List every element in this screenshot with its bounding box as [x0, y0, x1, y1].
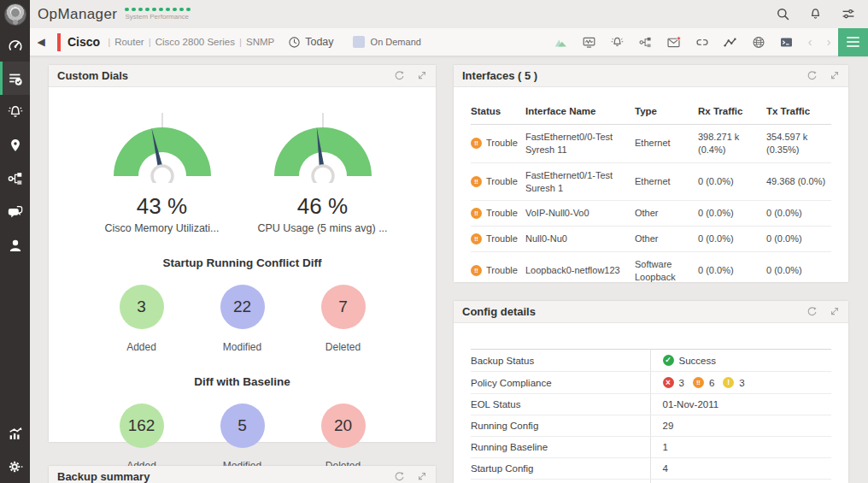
interface-name[interactable]: Null0-Nu0	[525, 227, 635, 252]
refresh-icon[interactable]	[394, 471, 405, 482]
globe-icon[interactable]	[744, 28, 772, 56]
sidebar-item-inventory[interactable]	[0, 62, 30, 95]
config-value: 4	[663, 463, 668, 474]
interface-tx: 0 (0.0%)	[766, 252, 831, 290]
custom-dials-body: 43 % Cisco Memory Utilizati... 46 % CPU …	[49, 87, 436, 472]
expand-icon[interactable]	[830, 306, 840, 317]
settings-sliders-icon[interactable]	[841, 7, 856, 21]
sidebar-item-settings[interactable]	[0, 450, 30, 483]
interface-tx: 0 (0.0%)	[766, 227, 831, 252]
app-title: OpManager	[38, 2, 117, 27]
brand-dot	[132, 8, 136, 12]
brand-dot	[152, 8, 156, 12]
topology-icon[interactable]	[631, 28, 660, 56]
gauge-value: 46 %	[255, 193, 391, 220]
sidebar-item-dashboard[interactable]	[0, 28, 30, 62]
config-value: Success	[679, 356, 716, 366]
back-chevron-icon[interactable]: ◀	[30, 36, 52, 48]
search-icon[interactable]	[776, 7, 790, 21]
diff-item-deleted: 20 Deleted	[308, 403, 379, 472]
next-chevron-icon[interactable]: ›	[819, 35, 838, 49]
refresh-icon[interactable]	[806, 70, 818, 81]
interface-row[interactable]: ‼Trouble Null0-Nu0 Other 0 (0.0%) 0 (0.0…	[471, 227, 831, 252]
on-demand-toggle[interactable]: On Demand	[353, 36, 421, 48]
diff-sections: Startup Running Conflict Diff 3 Added 22…	[49, 256, 436, 472]
diff-circle: 162	[120, 403, 164, 448]
device-toolbar: ◀ Cisco |Router|Cisco 2800 Series|SNMP T…	[30, 28, 868, 56]
sidebar-item-reports[interactable]	[0, 416, 30, 450]
interface-row[interactable]: ‼Trouble Loopback0-netflow123 Software L…	[471, 252, 831, 290]
config-label: EOL Status	[471, 394, 650, 415]
config-details-table: Backup Status ✓Success Policy Compliance…	[471, 349, 831, 483]
dashboard-content: Custom Dials 43 % Cisco Memory Utilizati…	[30, 56, 868, 483]
trouble-status-icon: ‼	[471, 265, 482, 276]
breadcrumb-separator: |	[108, 37, 110, 47]
interfaces-body: StatusInterface NameTypeRx TrafficTx Tra…	[454, 87, 848, 290]
gauge-dial	[98, 106, 226, 183]
major-count: 6	[709, 378, 714, 388]
sidebar-item-chat[interactable]	[0, 195, 30, 228]
refresh-icon[interactable]	[394, 70, 405, 81]
link-icon[interactable]	[688, 28, 716, 56]
top-header: OpManager System Performance	[30, 0, 868, 28]
interfaces-column-header: Type	[635, 99, 698, 125]
sidebar-item-maps[interactable]	[0, 128, 30, 162]
breadcrumb-item[interactable]: SNMP	[246, 37, 274, 47]
interface-row[interactable]: ‼Trouble VoIP-Null0-Vo0 Other 0 (0.0%) 0…	[471, 201, 831, 227]
toolbar-actions: ‹ ›	[547, 28, 868, 56]
config-row: Backup Status ✓Success	[471, 350, 831, 372]
config-label: Running Config	[471, 415, 650, 437]
backup-summary-title: Backup summary	[57, 470, 150, 483]
config-label: Startup Config	[471, 458, 650, 480]
right-column: Interfaces ( 5 ) StatusInterface NameTyp…	[454, 65, 848, 483]
interface-name[interactable]: FastEthernet0/0-Test Syresh 11	[525, 125, 635, 163]
breadcrumb-item[interactable]: Cisco 2800 Series	[155, 37, 235, 47]
gear-icon	[7, 458, 24, 475]
expand-icon[interactable]	[417, 471, 427, 482]
interfaces-column-header: Tx Traffic	[766, 99, 831, 125]
expand-icon[interactable]	[830, 70, 840, 81]
terminal-icon[interactable]	[772, 28, 801, 56]
line-graph-icon[interactable]	[716, 28, 744, 56]
custom-dials-panel: Custom Dials 43 % Cisco Memory Utilizati…	[49, 65, 436, 442]
sidebar-item-alarms[interactable]	[0, 95, 30, 128]
time-filter[interactable]: Today	[288, 36, 333, 49]
breadcrumb-item[interactable]: Router	[114, 37, 144, 47]
brand-dot	[166, 8, 170, 12]
diff-item-modified: 5 Modified	[207, 403, 279, 472]
user-avatar[interactable]	[0, 0, 30, 28]
interface-name[interactable]: VoIP-Null0-Vo0	[525, 201, 635, 227]
expand-icon[interactable]	[417, 70, 427, 81]
config-label: Backup Status	[471, 350, 650, 372]
brand-dot	[145, 8, 150, 12]
refresh-icon[interactable]	[806, 306, 818, 317]
interface-name[interactable]: Loopback0-netflow123	[525, 252, 635, 290]
interface-name[interactable]: FastEthernet0/1-Test Suresh 1	[525, 162, 635, 201]
interface-row[interactable]: ‼Trouble FastEthernet0/1-Test Suresh 1 E…	[471, 162, 831, 201]
interface-row[interactable]: ‼Trouble FastEthernet0/0-Test Syresh 11 …	[471, 125, 831, 163]
app-subtitle: System Performance	[125, 13, 191, 21]
avatar-image	[4, 3, 26, 26]
notifications-bell-icon[interactable]	[808, 7, 823, 21]
diff-label: Added	[106, 341, 178, 353]
reports-chart-icon	[7, 425, 24, 442]
config-details-header: Config details	[454, 301, 848, 323]
config-label: Startup Baseline	[471, 480, 650, 483]
on-demand-checkbox[interactable]	[353, 36, 365, 48]
sidebar-item-users[interactable]	[0, 228, 30, 262]
sidebar-main-items	[0, 28, 30, 262]
area-chart-icon[interactable]	[547, 28, 575, 56]
alarm-bell-icon[interactable]	[603, 28, 631, 56]
menu-hamburger-button[interactable]	[838, 28, 868, 56]
sidebar-item-topology[interactable]	[0, 162, 30, 195]
diff-section-title: Diff with Baseline	[49, 375, 436, 388]
mail-icon[interactable]	[660, 28, 688, 56]
map-pin-icon	[8, 137, 23, 154]
device-name[interactable]: Cisco	[67, 35, 100, 49]
prev-chevron-icon[interactable]: ‹	[801, 35, 819, 49]
trouble-status-icon: ‼	[471, 176, 482, 187]
gauge-label: CPU Usage (5 mins avg) ...	[255, 222, 391, 234]
backup-summary-panel: Backup summary	[49, 466, 436, 483]
breadcrumb-separator: |	[239, 37, 242, 47]
performance-monitor-icon[interactable]	[575, 28, 603, 56]
